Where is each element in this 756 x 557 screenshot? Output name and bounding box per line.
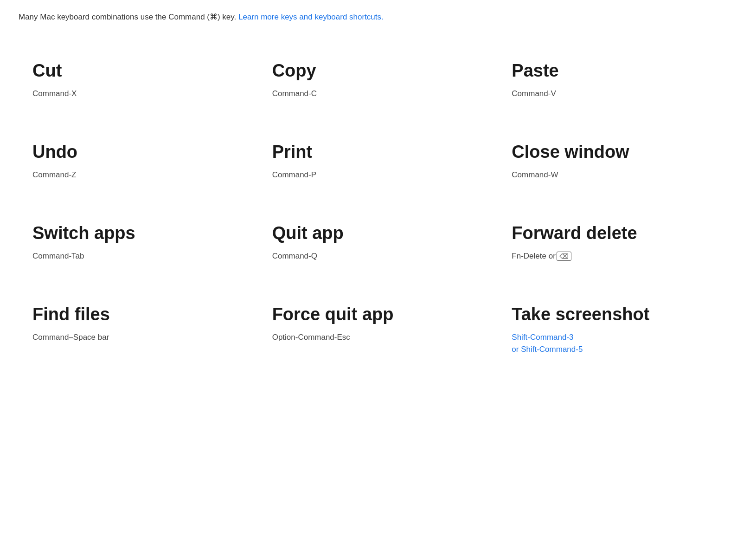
shortcut-item: UndoCommand-Z — [19, 123, 258, 204]
shortcut-key-text: Fn-Delete or — [512, 250, 555, 262]
shortcut-key: Command-X — [32, 88, 244, 100]
shortcut-key: Command–Space bar — [32, 331, 244, 343]
shortcut-item: Take screenshotShift-Command-3or Shift-C… — [498, 285, 737, 379]
shortcut-item: Find filesCommand–Space bar — [19, 285, 258, 379]
shortcut-key: Command-V — [512, 88, 724, 100]
shortcut-title: Switch apps — [32, 223, 244, 244]
shortcut-item: Forward deleteFn-Delete or ⌫ — [498, 204, 737, 285]
shortcut-key-link[interactable]: or Shift-Command-5 — [512, 343, 724, 356]
shortcut-title: Undo — [32, 142, 244, 163]
shortcut-key: Option-Command-Esc — [272, 331, 484, 343]
shortcut-item: PasteCommand-V — [498, 42, 737, 123]
shortcut-key: Fn-Delete or ⌫ — [512, 250, 724, 262]
top-note: Many Mac keyboard combinations use the C… — [19, 11, 737, 23]
shortcut-key: Command-Z — [32, 169, 244, 181]
shortcut-item: PrintCommand-P — [258, 123, 498, 204]
shortcut-item: Close windowCommand-W — [498, 123, 737, 204]
shortcut-title: Force quit app — [272, 304, 484, 325]
shortcut-title: Cut — [32, 60, 244, 82]
shortcut-item: Quit appCommand-Q — [258, 204, 498, 285]
shortcut-key-link[interactable]: Shift-Command-3 — [512, 331, 724, 343]
shortcut-title: Quit app — [272, 223, 484, 244]
shortcut-title: Paste — [512, 60, 724, 82]
shortcut-title: Copy — [272, 60, 484, 82]
shortcut-key: Command-W — [512, 169, 724, 181]
shortcut-item: CopyCommand-C — [258, 42, 498, 123]
shortcut-title: Print — [272, 142, 484, 163]
shortcut-key: Command-Tab — [32, 250, 244, 262]
shortcut-item: CutCommand-X — [19, 42, 258, 123]
learn-more-link[interactable]: Learn more keys and keyboard shortcuts. — [238, 13, 384, 21]
delete-key-icon: ⌫ — [557, 252, 571, 261]
shortcut-key[interactable]: Shift-Command-3or Shift-Command-5 — [512, 331, 724, 355]
shortcut-title: Take screenshot — [512, 304, 724, 325]
shortcut-item: Force quit appOption-Command-Esc — [258, 285, 498, 379]
shortcut-key: Command-C — [272, 88, 484, 100]
shortcut-title: Find files — [32, 304, 244, 325]
shortcut-key: Command-Q — [272, 250, 484, 262]
shortcut-title: Forward delete — [512, 223, 724, 244]
shortcuts-grid: CutCommand-XCopyCommand-CPasteCommand-VU… — [19, 42, 737, 379]
shortcut-key: Command-P — [272, 169, 484, 181]
shortcut-title: Close window — [512, 142, 724, 163]
top-note-text: Many Mac keyboard combinations use the C… — [19, 13, 238, 21]
shortcut-item: Switch appsCommand-Tab — [19, 204, 258, 285]
